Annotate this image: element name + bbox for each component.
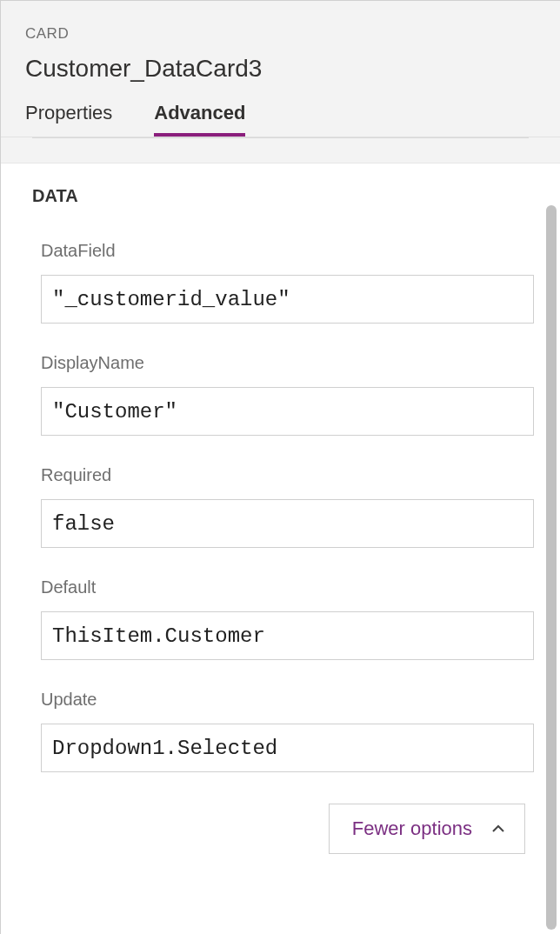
field-displayname: DisplayName [32, 353, 534, 436]
default-label: Default [41, 577, 534, 597]
card-type-label: CARD [25, 25, 536, 43]
displayname-label: DisplayName [41, 353, 534, 373]
field-datafield: DataField [32, 241, 534, 324]
update-label: Update [41, 690, 534, 710]
properties-pane: CARD Customer_DataCard3 Properties Advan… [0, 0, 560, 934]
update-input[interactable] [41, 724, 534, 772]
pane-header: CARD Customer_DataCard3 Properties Advan… [1, 1, 560, 137]
default-input[interactable] [41, 611, 534, 660]
options-row: Fewer options [32, 802, 534, 854]
fewer-options-label: Fewer options [352, 817, 472, 840]
chevron-up-icon [491, 822, 505, 836]
vertical-scrollbar[interactable] [543, 163, 560, 934]
field-required: Required [32, 465, 534, 548]
tab-properties[interactable]: Properties [25, 102, 112, 137]
tabs: Properties Advanced [25, 102, 536, 137]
tab-advanced[interactable]: Advanced [154, 102, 245, 137]
advanced-content: DATA DataField DisplayName Required Defa… [1, 163, 543, 934]
datafield-input[interactable] [41, 275, 534, 324]
section-data-title: DATA [32, 186, 534, 206]
card-name: Customer_DataCard3 [25, 55, 536, 83]
displayname-input[interactable] [41, 387, 534, 436]
fewer-options-button[interactable]: Fewer options [329, 804, 525, 854]
datafield-label: DataField [41, 241, 534, 261]
content-wrap: DATA DataField DisplayName Required Defa… [1, 163, 560, 934]
header-divider [1, 137, 560, 163]
required-label: Required [41, 465, 534, 485]
scrollbar-thumb[interactable] [546, 205, 557, 930]
required-input[interactable] [41, 499, 534, 548]
field-update: Update [32, 690, 534, 772]
field-default: Default [32, 577, 534, 660]
